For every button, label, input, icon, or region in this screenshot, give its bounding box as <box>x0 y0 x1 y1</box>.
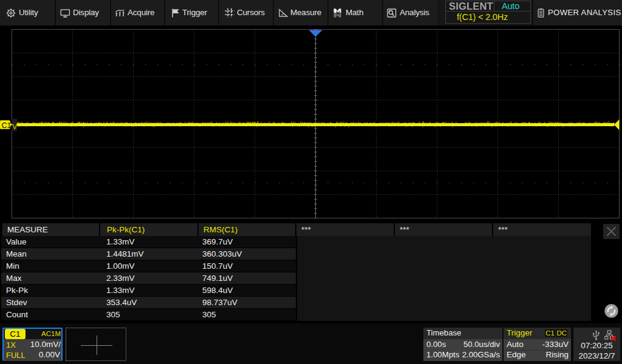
svg-text:V: V <box>12 123 18 131</box>
svg-text:C1: C1 <box>2 121 12 130</box>
